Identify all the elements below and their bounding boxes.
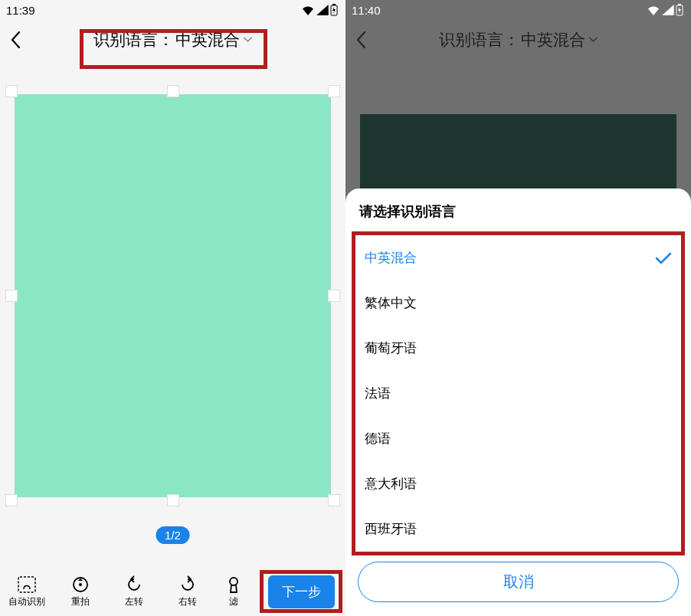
crop-handle-bl[interactable] (5, 494, 18, 506)
battery-icon (676, 4, 683, 16)
option-label: 西班牙语 (365, 520, 417, 538)
rotate-left-label: 左转 (125, 595, 143, 608)
option-label: 法语 (365, 385, 391, 402)
crop-handle-tm[interactable] (167, 85, 179, 97)
option-es[interactable]: 西班牙语 (355, 506, 681, 552)
option-it[interactable]: 意大利语 (355, 461, 681, 506)
crop-handle-tr[interactable] (328, 85, 340, 97)
screen-crop: 11:39 识别语言： 中英混合 (0, 0, 346, 616)
option-zh-trad[interactable]: 繁体中文 (355, 280, 681, 326)
option-zh-en-mix[interactable]: 中英混合 (355, 235, 681, 280)
rotate-right-icon (178, 575, 198, 594)
filter-icon (225, 575, 242, 594)
page-indicator[interactable]: 1/2 (156, 526, 190, 544)
signal-icon (316, 5, 329, 15)
svg-point-4 (79, 583, 82, 586)
highlight-box-options: 中英混合 繁体中文 葡萄牙语 法语 德语 意大利语 西班牙语 (352, 231, 685, 555)
svg-rect-1 (332, 4, 336, 5)
rotate-left-icon (124, 575, 144, 594)
svg-rect-2 (18, 577, 35, 592)
back-button[interactable] (0, 25, 31, 55)
header: 识别语言： 中英混合 (0, 20, 346, 60)
option-pt[interactable]: 葡萄牙语 (355, 326, 681, 371)
retake-label: 重拍 (71, 595, 90, 608)
status-time: 11:40 (352, 4, 381, 17)
language-value: 中英混合 (175, 29, 240, 51)
crop-image (15, 94, 331, 497)
highlight-box-next: 下一步 (260, 570, 342, 613)
chevron-left-icon (10, 31, 21, 48)
rotate-right-label: 右转 (178, 595, 197, 608)
auto-detect-label: 自动识别 (8, 595, 45, 608)
crop-stage[interactable] (7, 87, 339, 505)
status-icons (647, 4, 683, 16)
svg-rect-7 (678, 4, 681, 5)
auto-detect-icon (17, 575, 37, 594)
screen-language-sheet: 11:40 识别语言： 中英混合 (346, 0, 691, 616)
svg-point-5 (230, 578, 237, 585)
status-bar: 11:39 (0, 0, 346, 20)
retake-icon (70, 575, 90, 594)
filter-button[interactable]: 滤 (222, 575, 245, 608)
option-label: 繁体中文 (365, 294, 417, 312)
cancel-button[interactable]: 取消 (358, 562, 679, 602)
signal-icon (662, 5, 674, 15)
status-bar: 11:40 (346, 0, 691, 20)
check-icon (655, 252, 672, 264)
bottom-toolbar: 自动识别 重拍 左转 右转 滤 下一步 (0, 567, 346, 616)
status-icons (301, 4, 338, 16)
status-time: 11:39 (6, 4, 35, 17)
option-label: 意大利语 (365, 475, 417, 493)
crop-handle-ml[interactable] (5, 290, 18, 302)
option-fr[interactable]: 法语 (355, 371, 681, 416)
rotate-right-button[interactable]: 右转 (169, 575, 207, 608)
crop-handle-mr[interactable] (328, 290, 340, 302)
language-sheet: 请选择识别语言 中英混合 繁体中文 葡萄牙语 法语 德语 意大利语 西班牙语 取… (346, 188, 691, 616)
battery-icon (330, 4, 338, 16)
option-label: 中英混合 (365, 249, 417, 267)
crop-handle-br[interactable] (328, 494, 340, 506)
filter-label: 滤 (229, 595, 238, 608)
option-label: 葡萄牙语 (365, 339, 417, 357)
language-selector[interactable]: 识别语言： 中英混合 (93, 29, 252, 51)
wifi-icon (647, 5, 660, 15)
language-label: 识别语言： (93, 29, 174, 51)
crop-handle-bm[interactable] (167, 494, 179, 506)
chevron-down-icon (243, 37, 252, 43)
wifi-icon (301, 5, 315, 15)
auto-detect-button[interactable]: 自动识别 (8, 575, 46, 608)
crop-handle-tl[interactable] (5, 85, 18, 97)
rotate-left-button[interactable]: 左转 (115, 575, 153, 608)
next-button[interactable]: 下一步 (268, 575, 335, 608)
retake-button[interactable]: 重拍 (61, 575, 100, 608)
sheet-title: 请选择识别语言 (346, 188, 691, 231)
option-label: 德语 (365, 430, 391, 447)
option-de[interactable]: 德语 (355, 416, 681, 461)
